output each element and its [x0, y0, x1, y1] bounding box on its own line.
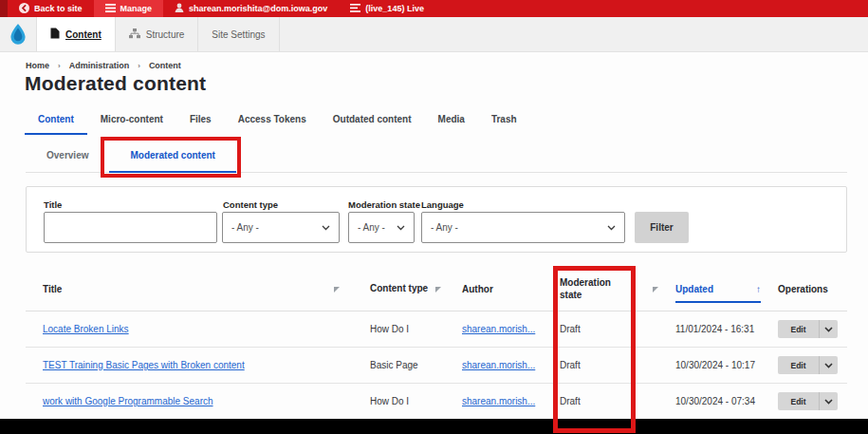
- moderation-state-select[interactable]: - Any -: [348, 212, 415, 243]
- header-moderation-state: Moderation state: [560, 277, 619, 301]
- dropbutton-toggle[interactable]: [819, 356, 838, 374]
- sort-icon: [653, 287, 658, 292]
- menu-item-site-settings-label: Site Settings: [212, 29, 265, 40]
- moderation-state-filter-label: Moderation state: [348, 199, 420, 210]
- content-type-select-value: - Any -: [231, 222, 259, 233]
- page-title: Moderated content: [25, 72, 206, 95]
- updated-value: 11/01/2024 - 16:31: [675, 323, 757, 336]
- sort-asc-icon: ↑: [756, 284, 761, 294]
- menu-item-structure[interactable]: Structure: [116, 17, 199, 51]
- menu-item-content[interactable]: Content: [36, 17, 116, 51]
- sort-icon: [334, 287, 340, 292]
- edit-dropbutton[interactable]: Edit: [778, 320, 838, 338]
- header-author: Author: [462, 284, 493, 294]
- moderation-state-value: Draft: [560, 324, 581, 334]
- breadcrumb-separator: ›: [138, 62, 140, 70]
- edit-button-label[interactable]: Edit: [778, 392, 819, 410]
- filter-panel: Title Content type - Any - Moderation st…: [26, 186, 847, 253]
- back-to-site-label: Back to site: [34, 4, 83, 13]
- tab-overview[interactable]: Overview: [26, 141, 109, 173]
- bottom-letterbox-bar: [0, 419, 868, 434]
- table-row: work with Google Programmable Search How…: [26, 384, 847, 420]
- content-title-link[interactable]: work with Google Programmable Search: [43, 396, 213, 406]
- content-type-filter-label: Content type: [223, 199, 278, 210]
- manage-label: Manage: [120, 4, 153, 13]
- tab-media[interactable]: Media: [425, 110, 478, 135]
- breadcrumb-content[interactable]: Content: [149, 61, 181, 70]
- menu-item-structure-label: Structure: [146, 29, 185, 40]
- content-type-select[interactable]: - Any -: [222, 212, 340, 243]
- chevron-down-icon: [397, 222, 405, 233]
- environment-list-icon: [350, 4, 360, 14]
- primary-tabs: Content Micro-content Files Access Token…: [25, 110, 530, 135]
- user-account-button[interactable]: sharean.morishita@dom.iowa.gov: [163, 0, 339, 17]
- moderation-state-select-value: - Any -: [358, 222, 385, 233]
- author-link[interactable]: sharean.morish...: [462, 324, 535, 334]
- tab-outdated-content[interactable]: Outdated content: [320, 110, 425, 135]
- tab-access-tokens[interactable]: Access Tokens: [225, 110, 320, 135]
- dropbutton-toggle[interactable]: [819, 392, 838, 410]
- moderated-content-table: Title Content type Author Moderation sta…: [26, 268, 847, 420]
- tab-moderated-content[interactable]: Moderated content: [109, 141, 235, 173]
- content-title-link[interactable]: Locate Broken Links: [43, 324, 129, 334]
- author-link[interactable]: sharean.morish...: [462, 360, 535, 370]
- table-header-row: Title Content type Author Moderation sta…: [26, 268, 847, 311]
- header-updated-label: Updated: [675, 284, 713, 294]
- tab-content[interactable]: Content: [25, 110, 87, 135]
- admin-bar-edge: [0, 0, 8, 17]
- chevron-down-icon: [607, 222, 616, 233]
- filter-button[interactable]: Filter: [635, 212, 689, 243]
- breadcrumb: Home › Administration › Content: [26, 61, 181, 70]
- breadcrumb-separator: ›: [58, 62, 61, 70]
- user-icon: [175, 3, 184, 14]
- author-link[interactable]: sharean.morish...: [462, 396, 535, 406]
- back-to-site-button[interactable]: Back to site: [8, 0, 94, 17]
- edit-dropbutton[interactable]: Edit: [778, 356, 838, 374]
- edit-button-label[interactable]: Edit: [778, 320, 819, 338]
- title-filter-input[interactable]: [44, 212, 217, 243]
- admin-menu-bar: Content Structure Site Settings: [0, 17, 868, 52]
- edit-dropbutton[interactable]: Edit: [778, 392, 838, 410]
- content-type-value: Basic Page: [370, 360, 418, 370]
- header-updated-sort[interactable]: Updated ↑: [675, 284, 761, 303]
- header-operations: Operations: [778, 284, 828, 294]
- content-page-icon: [50, 28, 60, 41]
- environment-label: (live_145) Live: [365, 4, 424, 13]
- edit-button-label[interactable]: Edit: [778, 356, 819, 374]
- environment-switcher-button[interactable]: (live_145) Live: [339, 0, 435, 17]
- moderation-state-value: Draft: [560, 360, 581, 370]
- header-content-type: Content type: [370, 283, 429, 295]
- content-type-value: How Do I: [370, 396, 409, 406]
- back-icon: [19, 3, 29, 15]
- dropbutton-toggle[interactable]: [819, 320, 838, 338]
- sort-icon: [435, 287, 441, 292]
- updated-value: 10/30/2024 - 10:17: [675, 359, 757, 372]
- hamburger-icon: [105, 4, 116, 14]
- content-type-value: How Do I: [370, 324, 409, 334]
- table-row: TEST Training Basic Pages with Broken co…: [26, 348, 847, 384]
- breadcrumb-administration[interactable]: Administration: [69, 61, 130, 70]
- table-row: Locate Broken Links How Do I sharean.mor…: [26, 311, 847, 348]
- language-filter-label: Language: [421, 199, 464, 210]
- updated-value: 10/30/2024 - 07:34: [675, 395, 757, 408]
- chevron-down-icon: [322, 222, 330, 233]
- tab-files[interactable]: Files: [176, 110, 225, 135]
- tab-trash[interactable]: Trash: [478, 110, 530, 135]
- moderation-state-value: Draft: [560, 396, 581, 406]
- user-email-label: sharean.morishita@dom.iowa.gov: [189, 4, 327, 13]
- drupal-droplet-icon: [9, 24, 28, 46]
- manage-button[interactable]: Manage: [94, 0, 164, 17]
- language-select-value: - Any -: [431, 222, 458, 233]
- drupal-logo[interactable]: [0, 17, 36, 51]
- admin-toolbar: Back to site Manage sharean.morishita@do…: [0, 0, 868, 17]
- breadcrumb-home[interactable]: Home: [26, 61, 49, 70]
- menu-item-site-settings[interactable]: Site Settings: [198, 17, 279, 51]
- menu-item-content-label: Content: [65, 29, 102, 40]
- secondary-tabs: Overview Moderated content: [26, 141, 847, 173]
- header-title: Title: [43, 284, 62, 294]
- structure-icon: [129, 28, 140, 41]
- language-select[interactable]: - Any -: [421, 212, 625, 243]
- content-title-link[interactable]: TEST Training Basic Pages with Broken co…: [43, 360, 245, 370]
- tab-micro-content[interactable]: Micro-content: [87, 110, 176, 135]
- title-filter-label: Title: [44, 199, 62, 210]
